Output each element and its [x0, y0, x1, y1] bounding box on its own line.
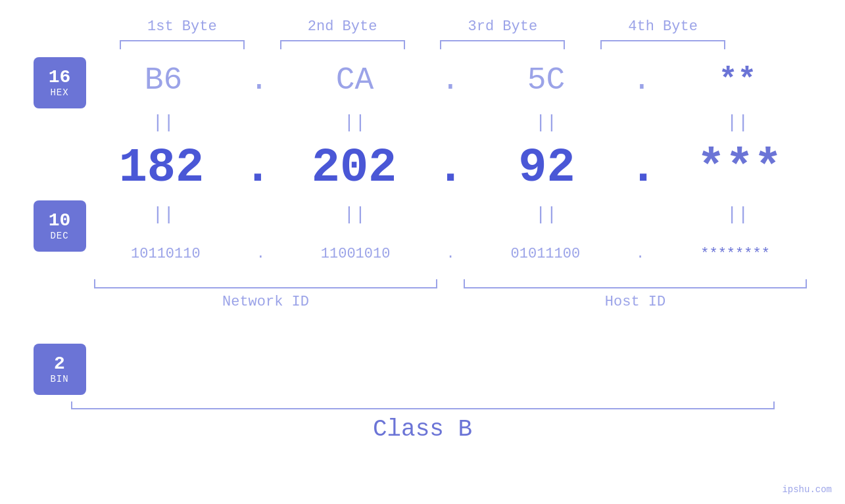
bracket-gap: [437, 279, 464, 288]
dec-dot-1: .: [243, 145, 272, 192]
bin-badge-num: 2: [54, 354, 65, 375]
hex-row: B6 . CA . 5C . **: [87, 55, 813, 106]
dec-badge-num: 10: [49, 211, 71, 231]
eq2-3: ||: [494, 204, 599, 225]
hex-dot-3: .: [633, 62, 652, 98]
eq-2: ||: [302, 112, 407, 133]
bracket-4: [600, 40, 725, 49]
watermark: ipshu.com: [782, 484, 832, 495]
id-gap: [437, 294, 464, 310]
bin-val-1: 10110110: [113, 246, 218, 262]
eq2-1: ||: [110, 204, 216, 225]
badges-column: 16 HEX 10 DEC 2 BIN: [32, 55, 87, 395]
byte-header-1: 1st Byte: [116, 18, 248, 35]
hex-val-4-masked: **: [685, 62, 790, 98]
eq2-4: ||: [685, 204, 790, 225]
hex-val-1: B6: [111, 62, 216, 98]
bin-val-3: 01011100: [493, 246, 598, 262]
host-bracket: [464, 279, 807, 288]
hex-badge-base: HEX: [50, 87, 68, 98]
network-bracket: [94, 279, 437, 288]
byte-header-3: 3rd Byte: [437, 18, 568, 35]
eq-row-2: || || || ||: [87, 198, 813, 231]
byte-header-2: 2nd Byte: [277, 18, 408, 35]
bracket-1: [120, 40, 245, 49]
id-labels-row: Network ID Host ID: [87, 288, 813, 310]
dec-badge-base: DEC: [50, 231, 68, 241]
hex-val-3: 5C: [493, 62, 598, 98]
bin-val-2: 11001010: [303, 246, 408, 262]
network-id-label: Network ID: [94, 294, 437, 310]
hex-dot-2: .: [441, 62, 460, 98]
eq2-2: ||: [302, 204, 407, 225]
hex-val-2: CA: [302, 62, 408, 98]
data-area: B6 . CA . 5C . ** || || || || 182: [87, 55, 813, 310]
main-area: 16 HEX 10 DEC 2 BIN B6 . CA: [0, 49, 845, 395]
bin-row: 10110110 . 11001010 . 01011100 . *******…: [87, 231, 813, 277]
hex-badge: 16 HEX: [34, 57, 86, 108]
dec-row: 182 . 202 . 92 . ***: [87, 139, 813, 198]
dec-val-2: 202: [301, 141, 406, 195]
eq-3: ||: [494, 112, 599, 133]
eq-row-1: || || || ||: [87, 106, 813, 139]
top-brackets: [0, 40, 845, 49]
dec-dot-2: .: [436, 145, 464, 192]
bracket-3: [440, 40, 565, 49]
hex-dot-1: .: [250, 62, 269, 98]
bracket-2: [280, 40, 405, 49]
dec-val-1: 182: [109, 141, 214, 195]
bin-badge: 2 BIN: [34, 344, 86, 395]
eq-1: ||: [110, 112, 216, 133]
bin-dot-1: .: [256, 246, 265, 262]
byte-headers: 1st Byte 2nd Byte 3rd Byte 4th Byte: [0, 18, 845, 35]
byte-header-4: 4th Byte: [597, 18, 729, 35]
bin-badge-base: BIN: [50, 374, 68, 384]
bin-dot-3: .: [636, 246, 644, 262]
overall-bracket: [71, 401, 775, 409]
class-label: Class B: [373, 416, 472, 443]
dec-val-4-masked: ***: [687, 141, 792, 195]
bin-val-4-masked: ********: [683, 246, 788, 262]
dec-dot-3: .: [629, 145, 657, 192]
dec-badge: 10 DEC: [34, 200, 86, 252]
bottom-brackets-row: [87, 277, 813, 288]
host-id-label: Host ID: [464, 294, 807, 310]
hex-badge-num: 16: [49, 68, 71, 88]
bin-dot-2: .: [446, 246, 454, 262]
dec-val-3: 92: [495, 141, 600, 195]
main-container: 1st Byte 2nd Byte 3rd Byte 4th Byte 16 H…: [0, 0, 845, 504]
eq-4: ||: [685, 112, 790, 133]
